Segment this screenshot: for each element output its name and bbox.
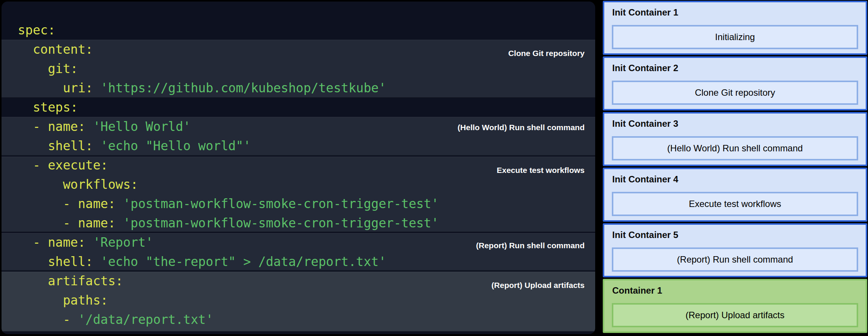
code-line: uri: 'https://github.com/kubeshop/testku…: [18, 78, 595, 98]
container-box-4: Init Container 4 Execute test workflows: [603, 168, 867, 222]
code-line: git:: [18, 59, 595, 78]
container-title: Init Container 3: [612, 118, 678, 129]
container-step-box: Clone Git repository: [612, 81, 858, 105]
container-box-1: Init Container 1 Initializing: [603, 1, 867, 55]
container-title: Container 1: [612, 285, 662, 296]
step-annotation-upload-artifacts: (Report) Upload artifacts: [492, 281, 585, 289]
step-annotation-hello-world: (Hello World) Run shell command: [457, 123, 585, 132]
step-annotation-clone-git: Clone Git repository: [508, 49, 585, 58]
container-step-box: Initializing: [612, 25, 858, 49]
container-title: Init Container 1: [612, 7, 678, 18]
container-box-5: Init Container 5 (Report) Run shell comm…: [603, 223, 867, 277]
container-step-box: (Report) Upload artifacts: [612, 303, 858, 327]
container-box-3: Init Container 3 (Hello World) Run shell…: [603, 112, 867, 166]
container-step-label: (Report) Run shell command: [677, 254, 793, 265]
pod-containers-panel: Init Container 1 Initializing Init Conta…: [603, 0, 867, 336]
container-step-label: Clone Git repository: [695, 87, 775, 98]
code-line: paths:: [18, 291, 595, 310]
code-line: - name: 'postman-workflow-smoke-cron-tri…: [18, 213, 595, 233]
code-line: shell: 'echo "the-report" > /data/report…: [18, 252, 595, 271]
testworkflow-pod-diagram: spec: content: git: uri: 'https://github…: [0, 0, 868, 336]
yaml-code-panel: spec: content: git: uri: 'https://github…: [2, 2, 595, 334]
step-annotation-report-shell: (Report) Run shell command: [476, 241, 585, 250]
code-line: - '/data/report.txt': [18, 310, 595, 329]
code-line: spec:: [18, 20, 595, 40]
container-step-box: (Hello World) Run shell command: [612, 136, 858, 160]
code-line: steps:: [18, 98, 595, 117]
container-step-label: Initializing: [715, 32, 755, 42]
code-line: - name: 'postman-workflow-smoke-cron-tri…: [18, 194, 595, 213]
container-step-label: (Hello World) Run shell command: [667, 143, 803, 154]
container-title: Init Container 2: [612, 63, 678, 73]
container-step-label: Execute test workflows: [689, 199, 781, 209]
container-box-6: Container 1 (Report) Upload artifacts: [603, 279, 867, 333]
container-title: Init Container 5: [612, 230, 678, 240]
container-title: Init Container 4: [612, 174, 678, 185]
container-box-2: Init Container 2 Clone Git repository: [603, 56, 867, 110]
code-line: workflows:: [18, 175, 595, 194]
container-step-label: (Report) Upload artifacts: [686, 310, 784, 320]
container-step-box: Execute test workflows: [612, 192, 858, 216]
step-annotation-execute-workflows: Execute test workflows: [497, 166, 585, 174]
container-step-box: (Report) Run shell command: [612, 247, 858, 272]
code-line: shell: 'echo "Hello world"': [18, 136, 595, 156]
